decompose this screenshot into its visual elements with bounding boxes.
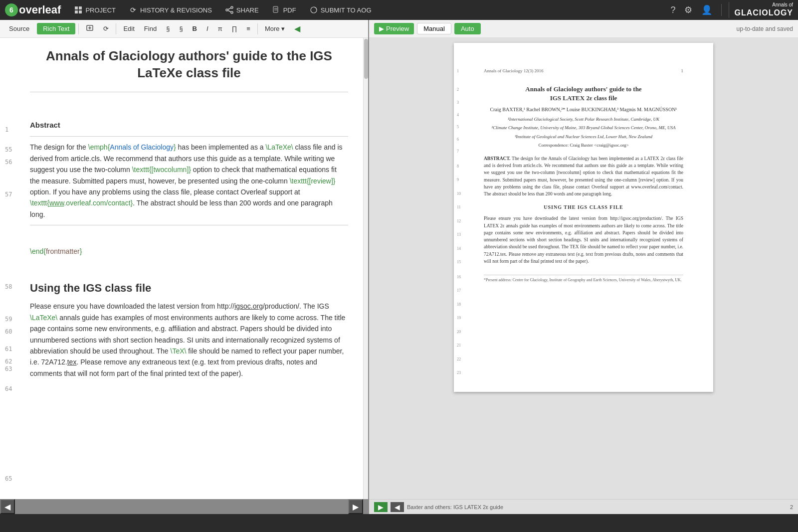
matrix-button[interactable]: ∏: [228, 23, 241, 34]
bold-button[interactable]: B: [189, 23, 201, 34]
journal-name: GLACIOLOGY: [734, 8, 793, 17]
section-button[interactable]: §: [162, 23, 174, 34]
edit-button[interactable]: Edit: [119, 23, 138, 34]
italic-button[interactable]: I: [202, 23, 212, 34]
texttt-cmd2: \texttt{[review]}: [290, 177, 336, 185]
preview-abstract: ABSTRACT. The design for the Annals of G…: [484, 155, 683, 198]
find-button[interactable]: Find: [140, 23, 161, 34]
latexe-cmd: \LaTeXe\: [265, 143, 293, 151]
texttt-cmd1: \texttt{[twocolumn]}: [132, 166, 191, 174]
line-num-55: 55: [5, 145, 12, 155]
line-num-1: 1: [5, 125, 8, 135]
url-igsoc: igsoc.org: [234, 302, 263, 310]
preview-body: Please ensure you have downloaded the la…: [484, 215, 683, 265]
logo-name: overleaf: [19, 3, 61, 16]
history-toolbar-button[interactable]: ⟳: [99, 23, 113, 34]
submit-label: SUBMIT TO AOG: [321, 6, 372, 14]
line-num-56: 56: [5, 158, 12, 167]
main: Source Rich Text ⟳ Edit Find § § B I π ∏…: [0, 20, 798, 514]
submit-button[interactable]: SUBMIT TO AOG: [304, 3, 377, 16]
end-frontmatter: \end{frontmatter}: [30, 246, 348, 257]
preview-footer-left: Baxter and others: IGS LATEX 2ε guide: [407, 504, 503, 510]
collapse-button[interactable]: ◀: [290, 22, 304, 35]
history-button[interactable]: ⟳ HISTORY & REVISIONS: [124, 3, 217, 16]
pdf-icon: [272, 5, 281, 14]
svg-point-4: [231, 6, 233, 8]
share-icon: [225, 5, 234, 14]
preview-page-header: Annals of Glaciology 12(3) 2016 1: [484, 68, 683, 75]
preview-section-heading: USING THE IGS CLASS FILE: [484, 203, 683, 211]
texttt-url: \texttt{www.overleaf.com/contact}: [30, 199, 133, 207]
history-icon: ⟳: [129, 5, 138, 14]
toolbar-divider-1: [78, 23, 79, 34]
preview-footnote: *Present address: Centre for Glaciology,…: [484, 275, 683, 283]
subsection-button[interactable]: §: [175, 23, 187, 34]
preview-bottom-bar: ▶ ◀ Baxter and others: IGS LATEX 2ε guid…: [369, 499, 798, 514]
editor-nav-left[interactable]: ◀: [0, 499, 15, 514]
preview-nav-left[interactable]: ▶: [374, 502, 388, 512]
source-tab[interactable]: Source: [3, 23, 35, 34]
preview-play-icon: ▶: [379, 25, 384, 32]
logo-six: 6: [5, 3, 18, 16]
abstract-paragraph: The design for the \emph{Annals of Glaci…: [30, 142, 348, 220]
history-label: HISTORY & REVISIONS: [140, 6, 212, 14]
latexe-cmd2: \LaTeXe\: [30, 314, 57, 322]
svg-rect-3: [79, 10, 82, 13]
preview-header-right: 1: [681, 68, 684, 75]
preview-panel: ▶ Preview Manual Auto up-to-date and sav…: [369, 20, 798, 514]
svg-rect-0: [75, 6, 78, 9]
abstract-body: The design for the Annals of Glaciology …: [484, 156, 683, 196]
toolbar-divider-3: [257, 23, 258, 34]
richtext-tab[interactable]: Rich Text: [37, 23, 75, 34]
auto-button[interactable]: Auto: [454, 23, 481, 34]
help-icon[interactable]: ?: [668, 3, 677, 17]
user-icon[interactable]: 👤: [699, 2, 714, 17]
section2-heading: Using the IGS class file: [30, 279, 348, 297]
line-num-57: 57: [5, 190, 12, 199]
more-button[interactable]: More ▾: [261, 23, 289, 34]
editor-scrollbar[interactable]: [363, 38, 368, 499]
preview-toolbar: ▶ Preview Manual Auto up-to-date and sav…: [369, 20, 798, 38]
preview-affil2: ²Climate Change Institute, University of…: [484, 125, 683, 132]
svg-rect-2: [75, 10, 78, 13]
svg-point-5: [226, 9, 228, 11]
preview-footer-right: 2: [790, 504, 793, 510]
logo: 6 overleaf: [5, 3, 61, 16]
settings-icon[interactable]: ⚙: [682, 2, 694, 17]
line-num-58: 58: [5, 282, 12, 292]
journal-annals: Annals of: [772, 2, 793, 8]
svg-point-6: [231, 11, 233, 13]
emph-cmd: \emph{: [88, 143, 110, 151]
emph-arg: Annals of Glaciology: [110, 143, 174, 151]
preview-play-button[interactable]: ▶ Preview: [374, 23, 414, 34]
preview-label: Preview: [386, 25, 409, 32]
end-cmd: \end{: [30, 247, 46, 255]
line-num-60: 60: [5, 327, 12, 337]
end-arg: frontmatter: [46, 247, 80, 255]
preview-title: Annals of Glaciology authors' guide to t…: [484, 85, 683, 103]
pdf-button[interactable]: PDF: [267, 3, 301, 16]
preview-status: up-to-date and saved: [737, 25, 793, 32]
svg-line-7: [228, 8, 231, 9]
pi-button[interactable]: π: [214, 23, 226, 34]
preview-content[interactable]: 1 2 3 4 5 6 7 8 9 10 11 12 13 14 15 16 1: [369, 38, 798, 499]
share-button[interactable]: SHARE: [220, 3, 264, 16]
editor-toolbar: Source Rich Text ⟳ Edit Find § § B I π ∏…: [0, 20, 368, 38]
section2-paragraph: Please ensure you have downloaded the la…: [30, 301, 348, 379]
insert-button[interactable]: [82, 22, 98, 35]
share-label: SHARE: [236, 6, 259, 14]
topbar-divider: [721, 4, 722, 16]
abstract-heading: Abstract: [30, 119, 348, 131]
editor-content[interactable]: Annals of Glaciology authors' guide to t…: [0, 38, 363, 499]
project-label: PROJECT: [85, 6, 116, 14]
project-button[interactable]: PROJECT: [69, 3, 121, 16]
project-icon: [74, 5, 83, 14]
manual-button[interactable]: Manual: [417, 23, 451, 34]
svg-rect-9: [273, 6, 278, 12]
line-num-59: 59: [5, 315, 12, 324]
list-button[interactable]: ≡: [242, 23, 254, 34]
preview-nav-right[interactable]: ◀: [391, 502, 404, 512]
editor-nav-right[interactable]: ▶: [348, 499, 363, 514]
preview-authors: Craig BAXTER,¹ Rachel BROWN,²* Louise BU…: [484, 106, 683, 113]
editor-bottom-bar: ◀ ▶: [0, 499, 368, 514]
